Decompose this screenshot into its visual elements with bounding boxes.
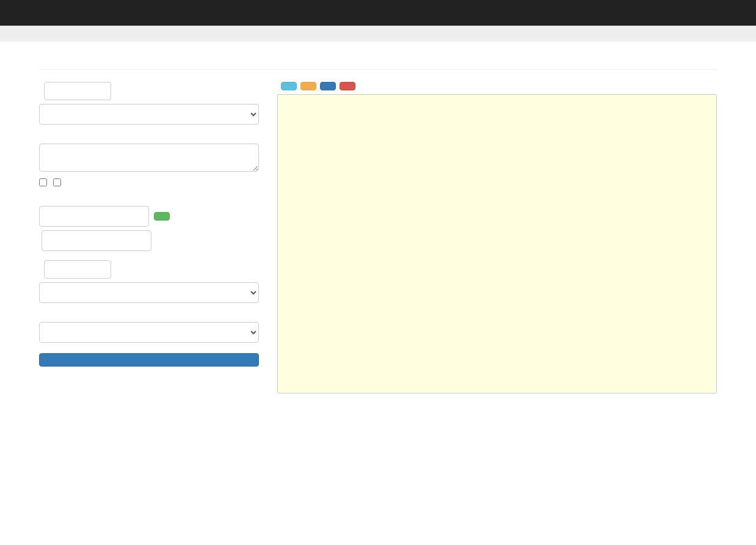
newwin-button[interactable] [281, 82, 297, 90]
api-select[interactable] [39, 104, 259, 125]
key-input[interactable] [39, 206, 149, 227]
main-content [30, 42, 726, 406]
test-button[interactable] [39, 353, 259, 367]
lang-select[interactable] [39, 282, 259, 303]
platform-bar [0, 26, 756, 42]
server-select[interactable] [39, 322, 259, 343]
data-desc-button[interactable] [300, 82, 316, 90]
api-name-filter-input[interactable] [44, 82, 111, 100]
example-button[interactable] [320, 82, 336, 90]
result-panel [277, 82, 717, 393]
report-button[interactable] [340, 82, 355, 90]
params-textarea[interactable] [39, 144, 259, 172]
xml-checkbox[interactable] [39, 178, 47, 186]
top-nav [0, 0, 756, 26]
register-key-button[interactable] [154, 212, 170, 221]
cache-checkbox[interactable] [53, 178, 61, 186]
result-output[interactable] [277, 94, 717, 393]
lang-filter-input[interactable] [44, 260, 111, 279]
secret-input[interactable] [42, 230, 151, 251]
form-panel [39, 82, 259, 393]
divider [39, 69, 717, 70]
